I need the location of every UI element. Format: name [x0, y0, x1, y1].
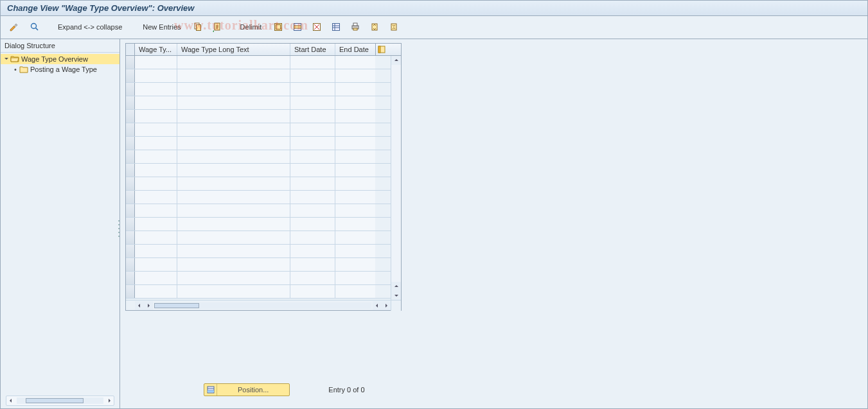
row-selector[interactable]: [126, 137, 135, 150]
cell-wage-type-long-text[interactable]: [177, 245, 290, 257]
select-block-button[interactable]: [289, 20, 306, 34]
col-wage-type-long-text[interactable]: Wage Type Long Text: [177, 44, 290, 55]
row-selector[interactable]: [126, 272, 135, 284]
scroll-track[interactable]: [17, 397, 103, 404]
cell-wage-type-long-text[interactable]: [177, 96, 290, 109]
cell-start-date[interactable]: [290, 137, 335, 150]
table-row[interactable]: [126, 285, 401, 299]
row-selector[interactable]: [126, 218, 135, 231]
col-wage-type[interactable]: Wage Ty...: [135, 44, 177, 55]
cell-start-date[interactable]: [290, 258, 335, 271]
cell-start-date[interactable]: [290, 150, 335, 163]
cell-wage-type-long-text[interactable]: [177, 231, 290, 244]
cell-wage-type[interactable]: [135, 218, 177, 231]
collapse-button[interactable]: [385, 20, 402, 34]
tree-item-posting-wage-type[interactable]: • Posting a Wage Type: [1, 64, 120, 74]
cell-end-date[interactable]: [335, 245, 375, 257]
cell-start-date[interactable]: [290, 56, 335, 69]
deselect-all-button[interactable]: [308, 20, 325, 34]
cell-end-date[interactable]: [335, 56, 375, 69]
row-selector[interactable]: [126, 258, 135, 271]
row-selector[interactable]: [126, 191, 135, 204]
cell-wage-type[interactable]: [135, 204, 177, 217]
new-entries-button[interactable]: New Entries: [137, 20, 186, 34]
cell-end-date[interactable]: [335, 258, 375, 271]
cell-end-date[interactable]: [335, 231, 375, 244]
cell-end-date[interactable]: [335, 204, 375, 217]
cell-start-date[interactable]: [290, 164, 335, 177]
row-selector[interactable]: [126, 96, 135, 109]
row-selector[interactable]: [126, 123, 135, 136]
delimit-button[interactable]: Delimit: [235, 20, 268, 34]
print-button[interactable]: [347, 20, 364, 34]
cell-wage-type-long-text[interactable]: [177, 272, 290, 284]
col-start-date[interactable]: Start Date: [290, 44, 335, 55]
expand-collapse-button[interactable]: Expand <-> collapse: [52, 20, 128, 34]
grid-hscroll-track[interactable]: [154, 302, 371, 309]
cell-wage-type-long-text[interactable]: [177, 56, 290, 69]
cell-wage-type[interactable]: [135, 96, 177, 109]
cell-end-date[interactable]: [335, 285, 375, 298]
vscroll-track[interactable]: [391, 65, 401, 282]
row-selector[interactable]: [126, 204, 135, 217]
undo-change-button[interactable]: [209, 20, 226, 34]
table-row[interactable]: [126, 56, 401, 69]
row-selector[interactable]: [126, 56, 135, 69]
cell-wage-type-long-text[interactable]: [177, 123, 290, 136]
table-row[interactable]: [126, 177, 401, 191]
cell-wage-type-long-text[interactable]: [177, 204, 290, 217]
cell-wage-type-long-text[interactable]: [177, 285, 290, 298]
row-selector[interactable]: [126, 164, 135, 177]
configure-columns-button[interactable]: [375, 44, 387, 55]
cell-start-date[interactable]: [290, 231, 335, 244]
select-all-button[interactable]: [270, 20, 287, 34]
cell-start-date[interactable]: [290, 83, 335, 96]
cell-wage-type-long-text[interactable]: [177, 177, 290, 190]
cell-start-date[interactable]: [290, 272, 335, 284]
cell-wage-type[interactable]: [135, 164, 177, 177]
grid-scroll-left-icon[interactable]: [135, 301, 144, 310]
cell-start-date[interactable]: [290, 123, 335, 136]
cell-start-date[interactable]: [290, 110, 335, 123]
row-selector[interactable]: [126, 110, 135, 123]
row-selector[interactable]: [126, 69, 135, 82]
table-row[interactable]: [126, 204, 401, 218]
grid-vscrollbar[interactable]: [391, 56, 401, 300]
cell-end-date[interactable]: [335, 110, 375, 123]
table-row[interactable]: [126, 231, 401, 245]
row-selector[interactable]: [126, 177, 135, 190]
scroll-thumb[interactable]: [26, 398, 84, 403]
cell-wage-type[interactable]: [135, 177, 177, 190]
cell-wage-type[interactable]: [135, 231, 177, 244]
cell-end-date[interactable]: [335, 69, 375, 82]
cell-start-date[interactable]: [290, 245, 335, 257]
find-button[interactable]: [26, 20, 43, 34]
cell-wage-type[interactable]: [135, 272, 177, 284]
caret-down-icon[interactable]: [3, 57, 10, 62]
copy-button[interactable]: [190, 20, 206, 34]
cell-end-date[interactable]: [335, 164, 375, 177]
cell-start-date[interactable]: [290, 285, 335, 298]
table-row[interactable]: [126, 137, 401, 150]
table-row[interactable]: [126, 96, 401, 110]
cell-wage-type[interactable]: [135, 110, 177, 123]
col-end-date[interactable]: End Date: [335, 44, 375, 55]
cell-wage-type[interactable]: [135, 258, 177, 271]
cell-end-date[interactable]: [335, 137, 375, 150]
grid-scroll-left2-icon[interactable]: [373, 301, 382, 310]
cell-wage-type-long-text[interactable]: [177, 110, 290, 123]
cell-wage-type[interactable]: [135, 69, 177, 82]
grid-scroll-right2-icon[interactable]: [382, 301, 391, 310]
table-row[interactable]: [126, 110, 401, 123]
grid-hscroll-thumb[interactable]: [154, 303, 199, 308]
table-row[interactable]: [126, 164, 401, 177]
table-settings-button[interactable]: [328, 20, 344, 34]
cell-wage-type-long-text[interactable]: [177, 83, 290, 96]
scroll-up-icon[interactable]: [391, 56, 401, 65]
row-selector[interactable]: [126, 245, 135, 257]
cell-wage-type-long-text[interactable]: [177, 218, 290, 231]
row-selector[interactable]: [126, 231, 135, 244]
table-row[interactable]: [126, 69, 401, 83]
table-row[interactable]: [126, 258, 401, 272]
grid-hscrollbar[interactable]: [126, 300, 401, 310]
